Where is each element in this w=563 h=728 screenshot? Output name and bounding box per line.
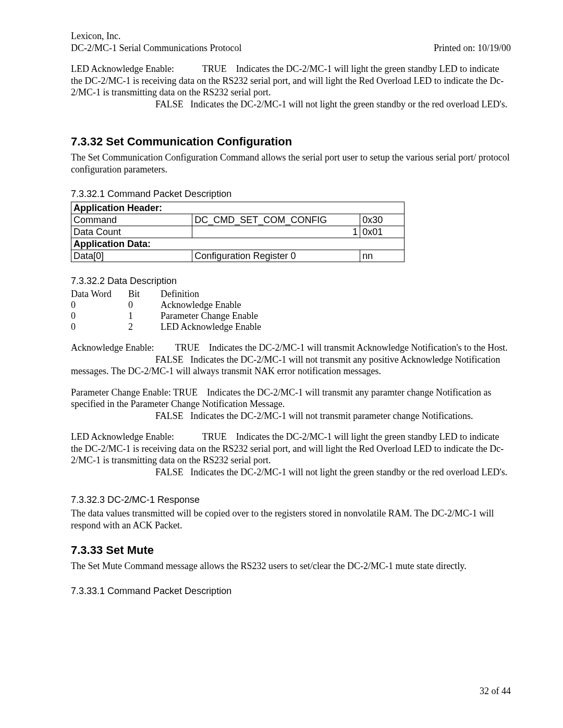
data0-label: Data[0] <box>71 250 192 262</box>
def-row: 0 0 Acknowledge Enable <box>71 300 511 311</box>
cmd-label: Command <box>71 214 192 226</box>
company-name: Lexicon, Inc. <box>71 30 511 42</box>
section-7-3-32-intro: The Set Communication Configuration Comm… <box>71 152 511 175</box>
ack-enable-false-text: Indicates the DC-2/MC-1 will not transmi… <box>71 354 500 377</box>
print-date: Printed on: 10/19/00 <box>434 42 511 54</box>
param-change-block: Parameter Change Enable: TRUE Indicates … <box>71 387 511 422</box>
def-hdr-dataword: Data Word <box>71 289 128 300</box>
datacount-label: Data Count <box>71 226 192 238</box>
led-ack-block: LED Acknowledge Enable: TRUE Indicates t… <box>71 431 511 478</box>
false-keyword: FALSE <box>155 411 183 421</box>
response-body: The data values transmitted will be copi… <box>71 508 511 531</box>
param-change-label: Parameter Change Enable: <box>71 387 171 398</box>
page-footer: 32 of 44 <box>480 686 511 697</box>
cmd-hex: 0x30 <box>360 214 405 226</box>
table-app-header: Application Header: <box>71 202 405 214</box>
data-description-list: Data Word Bit Definition 0 0 Acknowledge… <box>71 289 511 332</box>
led-ack-false-text: Indicates the DC-2/MC-1 will not light t… <box>190 99 507 109</box>
command-packet-table: Application Header: Command DC_CMD_SET_C… <box>71 202 405 262</box>
led-ack-label: LED Acknowledge Enable: <box>71 431 174 442</box>
led-ack-block-top: LED Acknowledge Enable: TRUE Indicates t… <box>71 63 511 110</box>
section-7-3-32-2-title: 7.3.32.2 Data Description <box>71 276 511 287</box>
led-ack-label: LED Acknowledge Enable: <box>71 64 174 74</box>
doc-title: DC-2/MC-1 Serial Communications Protocol <box>71 42 241 54</box>
led-ack-false-text: Indicates the DC-2/MC-1 will not light t… <box>190 467 507 477</box>
section-7-3-32-1-title: 7.3.32.1 Command Packet Description <box>71 189 511 200</box>
cmd-name: DC_CMD_SET_COM_CONFIG <box>192 214 360 226</box>
ack-enable-block: Acknowledge Enable: TRUE Indicates the D… <box>71 342 511 377</box>
table-app-data: Application Data: <box>71 238 405 250</box>
section-7-3-32-3-title: 7.3.32.3 DC-2/MC-1 Response <box>71 495 511 505</box>
true-keyword: TRUE <box>202 431 227 442</box>
section-7-3-33-1-title: 7.3.33.1 Command Packet Description <box>71 586 511 597</box>
def-hdr-def: Definition <box>161 289 511 300</box>
def-hdr-bit: Bit <box>128 289 161 300</box>
doc-header: Lexicon, Inc. DC-2/MC-1 Serial Communica… <box>71 30 511 54</box>
datacount-num: 1 <box>192 226 360 238</box>
true-keyword: TRUE <box>175 342 200 353</box>
section-7-3-33-intro: The Set Mute Command message allows the … <box>71 560 511 572</box>
false-keyword: FALSE <box>155 354 183 365</box>
data0-hex: nn <box>360 250 405 262</box>
datacount-hex: 0x01 <box>360 226 405 238</box>
ack-enable-label: Acknowledge Enable: <box>71 342 154 353</box>
section-7-3-33-title: 7.3.33 Set Mute <box>71 544 511 557</box>
def-row: 0 1 Parameter Change Enable <box>71 311 511 322</box>
false-keyword: FALSE <box>155 467 183 477</box>
false-keyword: FALSE <box>155 99 183 109</box>
data0-name: Configuration Register 0 <box>192 250 360 262</box>
section-7-3-32-title: 7.3.32 Set Communication Configuration <box>71 135 511 149</box>
true-keyword: TRUE <box>173 387 198 398</box>
ack-enable-true-text: Indicates the DC-2/MC-1 will transmit Ac… <box>209 342 508 353</box>
true-keyword: TRUE <box>202 64 227 74</box>
def-row: 0 2 LED Acknowledge Enable <box>71 322 511 332</box>
param-change-false-text: Indicates the DC-2/MC-1 will not transmi… <box>190 411 473 421</box>
